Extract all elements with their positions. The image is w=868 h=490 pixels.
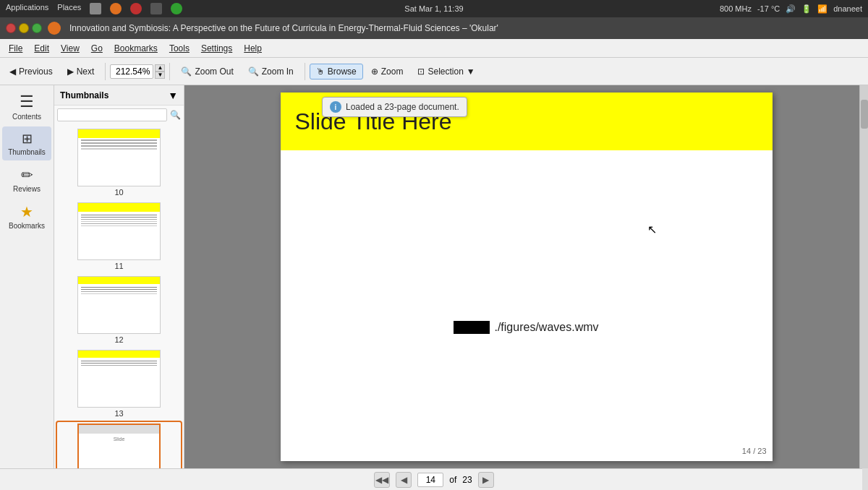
zoom-mode-icon: ⊕: [371, 66, 378, 77]
main-area: ☰ Contents ⊞ Thumbnails ✏ Reviews ★ Book…: [0, 85, 868, 468]
filter-icon[interactable]: ▼: [168, 90, 178, 101]
search-icon[interactable]: 🔍: [170, 110, 181, 120]
thumbnails-list[interactable]: 10 11: [54, 124, 184, 468]
zoom-in-button[interactable]: 🔍 Zoom In: [242, 64, 300, 79]
selection-dropdown-icon: ▼: [467, 66, 475, 77]
menu-edit[interactable]: Edit: [28, 42, 55, 55]
separator-1: [105, 63, 106, 80]
thumbnail-12[interactable]: 12: [57, 275, 181, 345]
separator-3: [305, 63, 305, 80]
app-logo: [48, 22, 61, 35]
cpu-freq: 800 MHz: [720, 4, 752, 13]
reviews-icon: ✏: [21, 166, 33, 184]
slide-body: ./figures/waves.wmv: [281, 150, 773, 461]
thumbnails-search-input[interactable]: [57, 108, 167, 121]
thumbnails-search-bar: 🔍: [54, 106, 184, 124]
nav-next-button[interactable]: ▶: [478, 472, 494, 488]
slide-page: Slide Title Here ./figures/waves.wmv 14 …: [281, 93, 773, 461]
zoom-out-icon: 🔍: [181, 66, 192, 77]
nav-prev-button[interactable]: ◀: [396, 472, 412, 488]
next-button[interactable]: ▶ Next: [61, 64, 101, 79]
selection-button[interactable]: ⊡ Selection ▼: [411, 64, 481, 79]
browse-button[interactable]: 🖱 Browse: [310, 64, 363, 79]
left-panel: ☰ Contents ⊞ Thumbnails ✏ Reviews ★ Book…: [0, 85, 54, 468]
zoom-up-arrow[interactable]: ▲: [155, 64, 165, 72]
app-icon3[interactable]: [150, 3, 162, 14]
browse-icon: 🖱: [316, 66, 325, 77]
menu-bar: File Edit View Go Bookmarks Tools Settin…: [0, 39, 868, 58]
zoom-arrows[interactable]: ▲ ▼: [155, 64, 165, 79]
previous-button[interactable]: ◀ Previous: [3, 64, 59, 79]
zoom-out-button[interactable]: 🔍 Zoom Out: [174, 64, 239, 79]
page-number-input[interactable]: [417, 473, 443, 487]
menu-help[interactable]: Help: [238, 42, 268, 55]
scroll-indicator: [858, 85, 861, 468]
window-controls: [6, 23, 42, 33]
app-icon4[interactable]: [171, 3, 182, 14]
system-bar-right: 800 MHz -17 °C 🔊 🔋 📶 dnaneet: [720, 4, 862, 14]
redacted-block: [454, 321, 490, 334]
bookmarks-icon: ★: [20, 203, 33, 220]
applications-menu[interactable]: Applications: [6, 3, 48, 14]
page-of-label: of: [449, 475, 456, 485]
thumb-image-13: [77, 350, 161, 408]
panel-item-bookmarks[interactable]: ★ Bookmarks: [2, 199, 51, 234]
battery-icon: 🔋: [801, 4, 812, 14]
app-icon2[interactable]: [130, 3, 142, 14]
speaker-icon[interactable]: 🔊: [786, 4, 796, 14]
menu-go[interactable]: Go: [85, 42, 109, 55]
selection-icon: ⊡: [417, 66, 425, 77]
file-manager-icon[interactable]: [90, 3, 101, 14]
toolbar: ◀ Previous ▶ Next ▲ ▼ 🔍 Zoom Out 🔍 Zoom …: [0, 58, 868, 85]
thumbnail-13[interactable]: 13: [57, 348, 181, 419]
firefox-icon[interactable]: [110, 3, 122, 14]
temperature: -17 °C: [757, 4, 780, 13]
close-button[interactable]: [6, 23, 16, 33]
thumbnail-10[interactable]: 10: [57, 127, 181, 198]
minimize-button[interactable]: [19, 23, 29, 33]
thumb-num-10: 10: [114, 188, 123, 197]
thumbnail-14[interactable]: Slide 14: [57, 422, 181, 468]
maximize-button[interactable]: [32, 23, 42, 33]
zoom-input[interactable]: [110, 64, 153, 79]
thumbnail-11[interactable]: 11: [57, 201, 181, 272]
menu-settings[interactable]: Settings: [195, 42, 238, 55]
thumb-num-12: 12: [114, 335, 123, 344]
thumb-image-10: [77, 129, 161, 186]
wifi-icon: 📶: [817, 4, 827, 14]
page-indicator-corner: 14 / 23: [742, 447, 767, 455]
zoom-in-icon: 🔍: [248, 66, 259, 77]
menu-file[interactable]: File: [3, 42, 28, 55]
thumbnails-header: Thumbnails ▼: [54, 85, 184, 106]
window-title: Innovation and Symbiosis: A Perspective …: [69, 23, 498, 33]
system-bar: Applications Places Sat Mar 1, 11:39 800…: [0, 0, 868, 17]
menu-bookmarks[interactable]: Bookmarks: [109, 42, 163, 55]
places-menu[interactable]: Places: [57, 3, 81, 14]
panel-item-contents[interactable]: ☰ Contents: [2, 88, 51, 125]
contents-icon: ☰: [20, 93, 34, 111]
previous-icon: ◀: [9, 66, 16, 77]
user-name: dnaneet: [833, 4, 862, 13]
thumb-num-13: 13: [114, 409, 123, 418]
menu-view[interactable]: View: [55, 42, 85, 55]
document-canvas[interactable]: Slide Title Here ./figures/waves.wmv 14 …: [184, 85, 868, 468]
thumbnails-panel: Thumbnails ▼ 🔍 10: [54, 85, 184, 468]
info-icon: i: [330, 101, 341, 113]
thumb-image-12: [77, 276, 161, 334]
next-icon: ▶: [67, 66, 74, 77]
thumb-image-14: Slide: [77, 424, 161, 468]
thumb-image-11: [77, 202, 161, 260]
page-total-label: 23: [462, 475, 472, 485]
thumbnails-icon: ⊞: [22, 131, 33, 147]
slide-content: ./figures/waves.wmv: [454, 321, 598, 334]
panel-item-reviews[interactable]: ✏ Reviews: [2, 162, 51, 197]
system-bar-left: Applications Places: [6, 3, 182, 14]
zoom-mode-button[interactable]: ⊕ Zoom: [365, 64, 410, 79]
loaded-tooltip: i Loaded a 23-page document.: [322, 97, 467, 117]
nav-first-button[interactable]: ◀◀: [374, 472, 390, 488]
zoom-down-arrow[interactable]: ▼: [155, 72, 165, 79]
panel-item-thumbnails[interactable]: ⊞ Thumbnails: [2, 126, 51, 160]
menu-tools[interactable]: Tools: [163, 42, 195, 55]
thumb-num-11: 11: [114, 262, 123, 270]
scrollbar-handle[interactable]: [861, 100, 868, 129]
